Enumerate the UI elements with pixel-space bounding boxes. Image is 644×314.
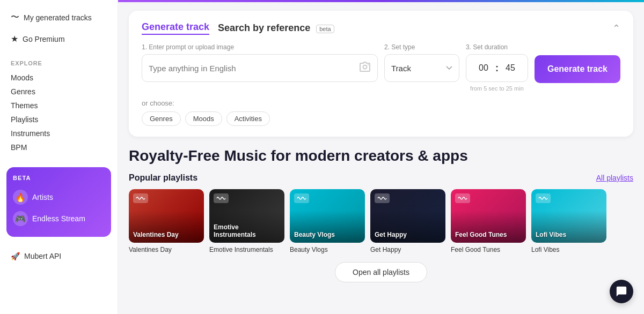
go-premium[interactable]: ★ Go Premium [6,31,111,47]
collapse-icon[interactable]: ⌃ [612,23,620,34]
list-item[interactable]: Feel Good Tunes Feel Good Tunes [451,189,526,253]
wave-icon [536,193,551,203]
generate-section: Generate track Search by reference beta … [129,11,633,137]
mubert-api[interactable]: 🚀 Mubert API [6,248,111,265]
wave-icon [294,193,309,203]
duration-minutes[interactable] [474,63,493,73]
chip-genres[interactable]: Genres [142,111,181,126]
generate-track-button[interactable]: Generate track [535,55,620,83]
sidebar-item-artists[interactable]: 🔥 Artists [13,186,105,208]
beta-label: BETA [13,175,105,181]
explore-section: EXPLORE Moods Genres Themes Playlists In… [6,58,111,154]
sidebar-item-playlists[interactable]: Playlists [6,113,111,126]
wave-icon [375,193,390,203]
playlists-section: Royalty-Free Music for modern creators &… [129,147,633,282]
chat-bubble[interactable] [610,280,633,303]
my-generated-tracks[interactable]: 〜 My generated tracks [6,9,111,26]
svg-point-1 [368,64,369,65]
playlists-subtitle: Popular playlists [129,173,197,183]
duration-seconds[interactable] [501,63,520,73]
playlists-grid: Valentines Day Valentines Day Emotive In… [129,189,633,253]
duration-group: 3. Set duration : from 5 sec to 25 min [466,43,528,92]
prompt-input[interactable] [149,64,355,73]
sidebar-item-genres[interactable]: Genres [6,85,111,99]
step3-label: 3. Set duration [466,43,528,51]
sidebar: 〜 My generated tracks ★ Go Premium EXPLO… [0,0,118,314]
playlist-thumb-valentines: Valentines Day [129,189,204,243]
rocket-icon: 🚀 [11,252,20,260]
sidebar-item-moods[interactable]: Moods [6,71,111,85]
tabs-row: Generate track Search by reference beta … [142,21,620,35]
chip-moods[interactable]: Moods [185,111,222,126]
type-group: 2. Set type Track Loop Jingle [384,43,459,82]
duration-separator: : [495,63,499,74]
playlists-header: Popular playlists All playlists [129,173,633,183]
wave-icon [214,193,229,203]
game-icon: 🎮 [13,211,28,226]
duration-hint: from 5 sec to 25 min [466,85,528,92]
explore-label: EXPLORE [6,58,111,71]
beta-badge: beta [316,25,334,33]
wave-icon [455,193,470,203]
camera-icon[interactable] [359,62,371,75]
prompt-input-wrapper [142,54,378,82]
duration-wrapper: : [466,54,528,82]
playlist-thumb-feelgood: Feel Good Tunes [451,189,526,243]
svg-point-0 [363,65,367,69]
sidebar-item-endless-stream[interactable]: 🎮 Endless Stream [13,208,105,229]
playlist-thumb-emotive: Emotive Instrumentals [209,189,284,243]
tab-search-reference[interactable]: Search by reference beta [218,23,334,34]
tracks-icon: 〜 [11,12,19,23]
list-item[interactable]: Lofi Vibes Lofi Vibes [531,189,606,253]
prompt-group: 1. Enter prompt or upload image [142,43,378,82]
section-title: Royalty-Free Music for modern creators &… [129,147,633,165]
beta-section: BETA 🔥 Artists 🎮 Endless Stream [6,167,111,237]
tab-generate-track[interactable]: Generate track [142,21,209,35]
wave-icon [133,193,148,203]
list-item[interactable]: Get Happy Get Happy [370,189,445,253]
star-icon: ★ [11,34,18,44]
playlist-thumb-happy: Get Happy [370,189,445,243]
playlist-thumb-lofi: Lofi Vibes [531,189,606,243]
tabs-left: Generate track Search by reference beta [142,21,334,35]
or-choose-label: or choose: [142,99,620,107]
form-row: 1. Enter prompt or upload image 2. Set t… [142,43,620,92]
chips-row: Genres Moods Activities [142,111,620,126]
sidebar-item-themes[interactable]: Themes [6,99,111,113]
sidebar-item-bpm[interactable]: BPM [6,140,111,154]
playlist-thumb-beauty: Beauty Vlogs [290,189,365,243]
open-all-playlists-button[interactable]: Open all playlists [335,262,427,282]
list-item[interactable]: Beauty Vlogs Beauty Vlogs [290,189,365,253]
top-gradient-bar [118,0,644,2]
list-item[interactable]: Valentines Day Valentines Day [129,189,204,253]
fire-icon: 🔥 [13,190,28,205]
all-playlists-link[interactable]: All playlists [596,174,633,182]
list-item[interactable]: Emotive Instrumentals Emotive Instrument… [209,189,284,253]
step2-label: 2. Set type [384,43,459,51]
main-content: Generate track Search by reference beta … [118,0,644,314]
sidebar-item-instruments[interactable]: Instruments [6,126,111,140]
type-select[interactable]: Track Loop Jingle [384,54,459,82]
step1-label: 1. Enter prompt or upload image [142,43,378,51]
chip-activities[interactable]: Activities [226,111,270,126]
